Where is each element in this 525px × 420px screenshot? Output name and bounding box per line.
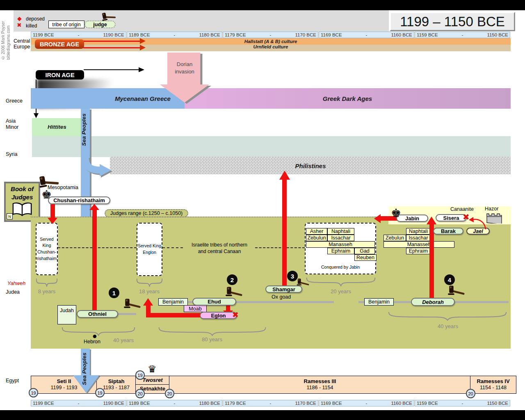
served-line: rishathaim <box>37 256 57 262</box>
judge-number-1: 1 <box>109 288 119 298</box>
tick-label: 1160 BCE <box>391 32 412 37</box>
timeline-top-seg2: 1189 BCE-1180 BCE <box>127 32 222 38</box>
eglon-killed-x-icon: ✖ <box>232 310 239 319</box>
row-label-syria: Syria <box>6 151 17 157</box>
tribe-manasseh: Manasseh <box>306 241 375 248</box>
iron-arrowhead-down <box>34 113 39 118</box>
pharaoh-ramesses4: Ramesses IV 1154 - 1148 <box>470 376 516 394</box>
row-label-asia-1: Asia <box>6 118 16 124</box>
row-label-greece: Greece <box>6 98 23 104</box>
tick-label: 1159 BCE <box>417 32 438 37</box>
mesopotamia-label: Mesopotamia <box>48 185 78 190</box>
jael-to-sisera-arrow <box>468 216 487 230</box>
open-book-icon <box>11 201 33 217</box>
ox-goad-label: Ox goad <box>272 294 291 300</box>
tick-dash: - <box>270 401 272 406</box>
tribe-issachar: Issachar <box>327 235 354 241</box>
row-label-central-europe-1: Central <box>14 38 30 44</box>
deborah-pill: Deborah <box>411 298 455 306</box>
pharaoh-name: Siptah <box>108 378 125 385</box>
iron-age-box: IRON AGE <box>36 70 84 80</box>
dorian-invasion-arrow <box>160 52 209 103</box>
eglon-pill: Eglon <box>200 312 237 319</box>
timeline-top-seg5: 1159 BCE-1150 BCE <box>415 32 510 38</box>
diagram-canvas: © 2006 Mark Poyser biblediagrams.com ◆ d… <box>0 0 525 420</box>
judge-number-4: 4 <box>444 274 455 285</box>
pharaoh-dates: 1186 - 1154 <box>307 385 333 391</box>
judge-number-2: 2 <box>227 274 237 285</box>
dynasty-circle-20-setnakhte: 20 <box>135 389 145 398</box>
tribe-asher: Asher <box>306 228 327 235</box>
tick-label: 1170 BCE <box>295 32 316 37</box>
served-connector-line-2 <box>162 247 183 248</box>
years-80: 80 years <box>198 336 226 342</box>
othniel-pill: Othniel <box>77 310 118 318</box>
years-40-deborah: 40 years <box>434 323 462 329</box>
iron-arrow-shaft <box>84 69 139 70</box>
king-icon-jabin: ♚ <box>391 208 401 219</box>
tick-label: 1150 BCE <box>487 401 508 406</box>
hazor-castle-icon <box>485 212 503 224</box>
bronze-arrow-shaft-top <box>83 41 141 42</box>
jabin-oppression-head <box>374 214 381 223</box>
timeline-bottom-seg1: 1199 BCE-1190 BCE <box>31 400 126 406</box>
timeline-bottom-seg4: 1169 BCE-1160 BCE <box>319 400 414 406</box>
row-label-judea: Judea <box>6 289 20 295</box>
pharaoh-name: Ramesses IV <box>477 378 509 385</box>
deborah-gavel-icon <box>447 285 466 297</box>
eglon-return-vshaft <box>146 306 151 317</box>
syria-band <box>32 136 511 157</box>
book-of-judges-box: Book of Judges N <box>4 182 40 222</box>
killed-x-icon: ✖ <box>17 22 22 28</box>
othniel-gavel-icon <box>123 298 142 310</box>
deborah-tribe-zebulun: Zebulun <box>383 235 406 241</box>
tick-label: 1180 BCE <box>199 401 220 406</box>
years-20: 20 years <box>326 288 355 294</box>
pharaoh-name: Ramesses III <box>304 378 336 385</box>
timeline-bottom-seg2: 1189 BCE-1180 BCE <box>127 400 222 406</box>
row-label-central-europe-2: Europe <box>14 44 30 50</box>
served-line: King <box>42 242 51 249</box>
sea-peoples-label-top: Sea Peoples <box>81 110 90 149</box>
page-title: 1199 – 1150 BCE <box>390 12 515 31</box>
tick-label: 1170 BCE <box>295 401 316 406</box>
shamgar-attack-head <box>279 171 290 180</box>
dynasty-circle-20-ramesses3: 20 <box>165 389 174 398</box>
timeline-bottom-seg5: 1159 BCE-1150 BCE <box>415 400 510 406</box>
pharaoh-dates: 1154 - 1148 <box>480 385 507 391</box>
served-line: Chushan- <box>37 249 56 256</box>
deborah-tribe-ephraim: Ephraim <box>406 248 431 254</box>
benjamin-tribe-box-deborah: Benjamin <box>364 298 394 306</box>
tick-dash: - <box>462 401 463 406</box>
canaan-note: Israelite tribes of northern and central… <box>180 242 258 255</box>
conquered-caption: Conquered by Jabin <box>305 265 376 269</box>
bronze-arrowhead-bottom <box>140 45 146 50</box>
tick-dash: - <box>270 32 272 37</box>
moab-box: Moab <box>184 305 207 312</box>
book-corner-n: N <box>7 213 13 219</box>
tick-label: 1199 BCE <box>33 32 54 37</box>
book-title-line2: Judges <box>6 193 39 201</box>
hazor-label: Hazor <box>485 206 498 212</box>
ehud-pill: Ehud <box>192 298 236 306</box>
othniel-timeline-line <box>118 313 136 315</box>
dynasty-circle-19-seti: 19 <box>29 388 38 397</box>
tick-dash: - <box>174 32 176 37</box>
sea-peoples-label-bottom: Sea Peoples <box>81 350 90 388</box>
tick-label: 1189 BCE <box>129 401 150 406</box>
bronze-arrow-shaft-bottom <box>83 47 141 48</box>
sisera-pill: Sisera <box>436 214 467 221</box>
timeline-top-seg1: 1199 BCE-1190 BCE <box>31 32 126 38</box>
pharaoh-name: Twosret <box>142 377 162 383</box>
row-label-asia-2: Minor <box>6 124 18 130</box>
pharaoh-name: Seti II <box>57 378 71 385</box>
tick-dash: - <box>78 401 80 406</box>
tick-label: 1150 BCE <box>487 32 508 37</box>
barak-pill: Barak <box>433 228 463 235</box>
tick-label: 1159 BCE <box>417 401 438 406</box>
tick-label: 1189 BCE <box>129 32 150 37</box>
tribe-gad: Gad <box>354 248 375 254</box>
urnfield-label: Urnfield culture <box>189 44 353 49</box>
tick-label: 1190 BCE <box>103 32 124 37</box>
dorian-line2: invasion <box>163 68 206 75</box>
